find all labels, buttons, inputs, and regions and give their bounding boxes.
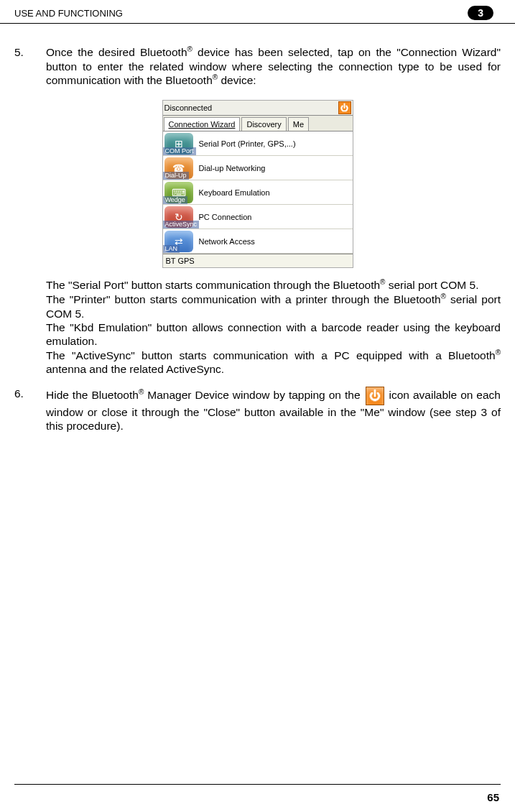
power-icon[interactable]: ⏻ — [366, 387, 384, 405]
page-number: 65 — [487, 791, 499, 803]
paragraph-printer: The "Printer" button starts communicatio… — [46, 292, 501, 320]
step-text: Once the desired Bluetooth® device has b… — [46, 45, 501, 87]
step-5: 5. Once the desired Bluetooth® device ha… — [14, 45, 501, 87]
row-side-caption: LAN — [163, 245, 180, 253]
paragraph-activesync: The "ActiveSync" button starts communica… — [46, 349, 501, 377]
text-part: The "Serial Port" button starts communic… — [46, 280, 380, 292]
step-number: 6. — [14, 387, 46, 433]
row-label: Dial-up Networking — [199, 164, 266, 172]
list-item[interactable]: Dial-Up☎Dial-up Networking — [163, 156, 353, 180]
row-side-caption: COM Port — [163, 147, 196, 155]
text-part: The "Printer" button starts communicatio… — [46, 293, 441, 305]
row-label: Serial Port (Printer, GPS,...) — [199, 139, 296, 148]
row-side-caption: Dial-Up — [163, 172, 189, 180]
row-side-caption: Wedge — [163, 196, 187, 204]
step-number: 5. — [14, 45, 46, 87]
list-item[interactable]: ActiveSync↻PC Connection — [163, 205, 353, 229]
row-label: Network Access — [199, 237, 255, 246]
paragraph-kbd: The "Kbd Emulation" button allows connec… — [46, 320, 501, 349]
reg-mark: ® — [496, 349, 501, 356]
list-item[interactable]: LAN⇄Network Access — [163, 229, 353, 254]
text-part: Once the desired Bluetooth — [46, 46, 187, 58]
status-text: Disconnected — [164, 103, 213, 112]
reg-mark: ® — [187, 45, 192, 53]
footer-rule — [14, 784, 501, 785]
list-item[interactable]: COM Port⊞Serial Port (Printer, GPS,...) — [163, 132, 353, 156]
text-part: The "ActiveSync" button starts communica… — [46, 349, 496, 361]
row-side-caption: ActiveSync — [163, 221, 200, 229]
reg-mark: ® — [441, 292, 446, 300]
embedded-screenshot: Disconnected ⏻ Connection Wizard Discove… — [162, 100, 353, 268]
tab-discovery[interactable]: Discovery — [241, 117, 286, 131]
list-item[interactable]: Wedge⌨Keyboard Emulation — [163, 180, 353, 205]
row-label: PC Connection — [199, 213, 252, 221]
step-text: Hide the Bluetooth® Manager Device windo… — [46, 387, 501, 433]
text-part: device: — [218, 74, 256, 86]
header-title: USE AND FUNCTIONING — [14, 8, 123, 19]
step-6: 6. Hide the Bluetooth® Manager Device wi… — [14, 387, 501, 433]
tab-connection-wizard[interactable]: Connection Wizard — [164, 117, 241, 131]
chapter-badge: 3 — [468, 6, 493, 20]
row-label: Keyboard Emulation — [199, 188, 270, 197]
screenshot-footer: BT GPS — [163, 254, 353, 267]
paragraph-serial-port: The "Serial Port" button starts communic… — [46, 278, 501, 292]
text-part: antenna and the related ActiveSync. — [46, 363, 224, 375]
tab-me[interactable]: Me — [288, 117, 309, 131]
text-part: serial port COM 5. — [385, 280, 478, 292]
text-part: Hide the Bluetooth — [46, 389, 139, 401]
text-part: Manager Device window by tapping on the — [144, 389, 363, 401]
power-icon[interactable]: ⏻ — [338, 101, 351, 114]
